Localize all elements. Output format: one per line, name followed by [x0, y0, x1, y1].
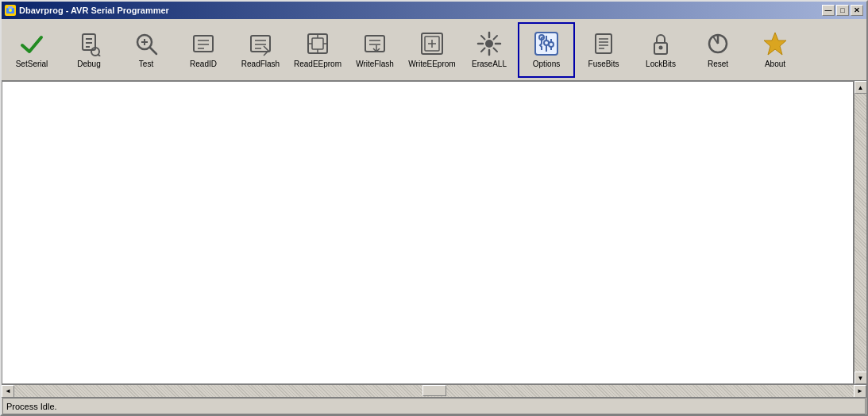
- svg-point-53: [659, 46, 663, 50]
- toolbar-btn-reset[interactable]: Reset: [689, 22, 746, 78]
- set-serial-icon: [19, 31, 44, 56]
- set-serial-label: SetSerial: [16, 60, 48, 68]
- about-icon: [762, 31, 788, 56]
- erase-all-icon: [476, 31, 502, 56]
- debug-icon: [76, 31, 102, 56]
- toolbar-btn-read-eeprom[interactable]: ReadEEprom: [289, 22, 346, 78]
- svg-rect-47: [596, 34, 611, 53]
- minimize-button[interactable]: —: [822, 5, 835, 16]
- svg-point-2: [9, 9, 12, 12]
- toolbar-btn-test[interactable]: Test: [118, 22, 175, 78]
- scroll-track-vertical[interactable]: [854, 94, 867, 372]
- main-window: Dbavrprog - AVR Serial Programmer — □ ✕ …: [0, 0, 868, 416]
- write-eeprom-icon: [419, 31, 445, 56]
- write-eeprom-label: WriteEEprom: [408, 60, 455, 68]
- read-id-label: ReadID: [190, 60, 217, 68]
- scroll-up-button[interactable]: ▲: [854, 81, 867, 94]
- svg-line-39: [481, 36, 485, 40]
- svg-rect-13: [194, 36, 213, 52]
- svg-rect-1: [8, 6, 13, 9]
- about-label: About: [765, 60, 785, 68]
- svg-rect-22: [312, 38, 323, 49]
- scroll-down-button[interactable]: ▼: [854, 372, 867, 384]
- main-area: ▲ ▼: [2, 81, 866, 384]
- write-flash-icon: [362, 31, 388, 56]
- scroll-thumb-horizontal[interactable]: [422, 385, 446, 396]
- read-flash-label: ReadFlash: [241, 60, 280, 68]
- content-area: [2, 81, 854, 384]
- scroll-right-button[interactable]: ►: [854, 385, 866, 398]
- svg-line-41: [494, 36, 498, 40]
- vertical-scrollbar: ▲ ▼: [854, 81, 866, 384]
- reset-icon: [705, 31, 731, 56]
- titlebar-controls: — □ ✕: [822, 5, 863, 16]
- test-label: Test: [139, 60, 153, 68]
- read-eeprom-label: ReadEEprom: [294, 60, 341, 68]
- reset-label: Reset: [708, 60, 728, 68]
- app-icon: [5, 5, 16, 16]
- toolbar-btn-about[interactable]: About: [746, 22, 804, 78]
- toolbar-btn-read-id[interactable]: ReadID: [175, 22, 232, 78]
- fuse-bits-icon: [591, 31, 616, 56]
- svg-line-8: [98, 55, 101, 57]
- window-title: Dbavrprog - AVR Serial Programmer: [19, 6, 169, 15]
- debug-label: Debug: [77, 60, 100, 68]
- scroll-left-button[interactable]: ◄: [2, 385, 14, 398]
- statusbar: Process Idle.: [2, 397, 866, 414]
- svg-marker-57: [764, 33, 786, 55]
- svg-point-34: [485, 40, 493, 48]
- svg-line-42: [481, 48, 485, 52]
- lock-bits-icon: [648, 31, 673, 56]
- svg-line-10: [150, 48, 156, 54]
- titlebar-left: Dbavrprog - AVR Serial Programmer: [5, 5, 169, 16]
- toolbar-btn-options[interactable]: Options: [518, 22, 575, 78]
- restore-button[interactable]: □: [836, 5, 849, 16]
- write-flash-label: WriteFlash: [356, 60, 394, 68]
- fuse-bits-label: FuseBits: [588, 60, 619, 68]
- options-icon: [534, 31, 559, 56]
- toolbar-btn-lock-bits[interactable]: LockBits: [632, 22, 689, 78]
- status-panel: Process Idle.: [2, 398, 866, 414]
- toolbar-btn-set-serial[interactable]: SetSerial: [3, 22, 60, 78]
- read-eeprom-icon: [305, 31, 330, 56]
- svg-line-40: [494, 48, 498, 52]
- lock-bits-label: LockBits: [646, 60, 676, 68]
- close-button[interactable]: ✕: [851, 5, 863, 16]
- read-id-icon: [191, 31, 216, 56]
- test-icon: [133, 31, 159, 56]
- toolbar-btn-erase-all[interactable]: EraseALL: [461, 22, 518, 78]
- toolbar-btn-read-flash[interactable]: ReadFlash: [232, 22, 289, 78]
- horizontal-scrollbar: ◄ ►: [2, 384, 866, 397]
- erase-all-label: EraseALL: [472, 60, 507, 68]
- read-flash-icon: [248, 31, 273, 56]
- toolbar: SetSerial Debug: [2, 19, 866, 81]
- titlebar: Dbavrprog - AVR Serial Programmer — □ ✕: [2, 2, 866, 19]
- toolbar-btn-write-eeprom[interactable]: WriteEEprom: [403, 22, 461, 78]
- toolbar-btn-debug[interactable]: Debug: [60, 22, 118, 78]
- status-text: Process Idle.: [6, 402, 57, 411]
- options-label: Options: [533, 60, 560, 68]
- scroll-track-horizontal[interactable]: [14, 385, 854, 398]
- toolbar-btn-write-flash[interactable]: WriteFlash: [346, 22, 403, 78]
- toolbar-btn-fuse-bits[interactable]: FuseBits: [575, 22, 632, 78]
